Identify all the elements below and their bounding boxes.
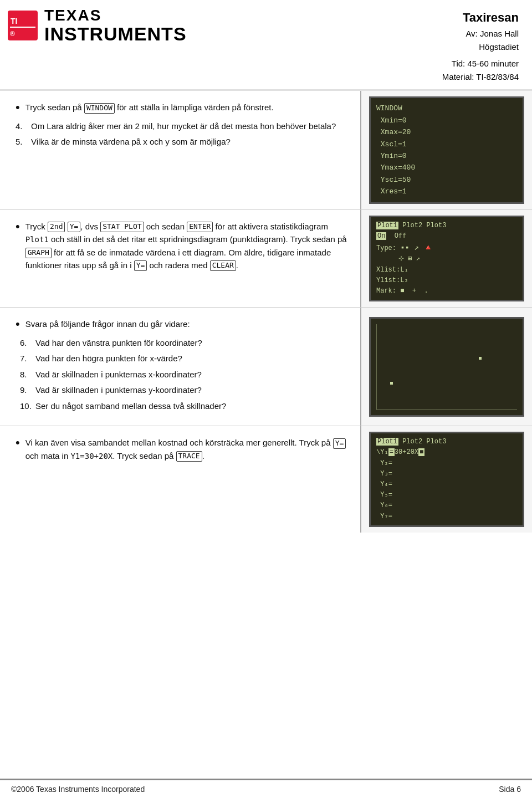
section3-right	[360, 308, 532, 426]
bullet-text-questions: Svara på följande frågor innan du går vi…	[25, 318, 347, 330]
q4-number: 4.	[16, 120, 28, 133]
q5-number: 5.	[16, 136, 28, 149]
logo-texas: Texas	[44, 8, 187, 23]
scatter-dot-1	[390, 382, 393, 385]
bullet-dot-3: •	[16, 316, 20, 332]
key-enter: ENTER	[187, 222, 213, 232]
author-label: Av: Jonas Hall	[442, 27, 519, 40]
screen4-y6: Y₆=	[376, 500, 517, 511]
page-header: TI ® Texas Instruments Taxiresan Av: Jon…	[0, 0, 532, 91]
question-10: 10. Ser du något samband mellan dessa tv…	[20, 400, 347, 413]
bullet-text-formula: Vi kan även visa sambandet mellan kostna…	[25, 436, 347, 462]
svg-text:TI: TI	[11, 17, 17, 25]
question-6: 6. Vad har den vänstra punkten för koord…	[20, 337, 347, 350]
document-title: Taxiresan	[442, 8, 519, 27]
q7-num: 7.	[20, 352, 32, 365]
screen4-y5: Y₅=	[376, 490, 517, 500]
bullet-text-window: Tryck sedan på WINDOW för att ställa in …	[25, 101, 347, 114]
bullet-item-questions: • Svara på följande frågor innan du går …	[16, 318, 347, 332]
bullet-text-statplot: Tryck 2nd Y=, dvs STAT PLOT och sedan EN…	[25, 220, 347, 272]
section1-right: WINDOW Xmin=0 Xmax=20 Xscl=1 Ymin=0 Ymax…	[360, 91, 532, 209]
screen2-tabs: Plot1 Plot2 Plot3	[376, 221, 517, 231]
screen1-line1: WINDOW	[376, 103, 517, 114]
bullet-dot-2: •	[16, 219, 20, 235]
stat-plot-screen: Plot1 Plot2 Plot3 On Off Type: ▪▪ ↗ 🔺 ⊹ …	[369, 216, 524, 302]
window-key: WINDOW	[84, 103, 115, 114]
main-content: • Tryck sedan på WINDOW för att ställa i…	[0, 91, 532, 779]
q8-text: Vad är skillnaden i punkternas x-koordin…	[35, 369, 202, 381]
q7-text: Vad har den högra punkten för x-värde?	[35, 352, 182, 365]
key-trace: TRACE	[176, 451, 202, 462]
bullet-item-formula: • Vi kan även visa sambandet mellan kost…	[16, 436, 347, 462]
questions-list: 6. Vad har den vänstra punkten för koord…	[20, 337, 347, 413]
key-y-eq-3: Y=	[333, 438, 346, 449]
question-4: 4. Om Lara aldrig åker mer än 2 mil, hur…	[16, 120, 347, 133]
screen1-line3: Xmax=20	[376, 126, 517, 138]
question-9: 9. Vad är skillnaden i punkternas y-koor…	[20, 384, 347, 397]
question-5: 5. Vilka är de minsta värdena på x och y…	[16, 136, 347, 149]
time-label: Tid: 45-60 minuter	[442, 57, 519, 70]
section3-left: • Svara på följande frågor innan du går …	[0, 308, 360, 426]
material-label: Material: TI-82/83/84	[442, 70, 519, 84]
screen4-tabs: Plot1 Plot2 Plot3	[376, 437, 517, 447]
question-8: 8. Vad är skillnaden i punkternas x-koor…	[20, 369, 347, 381]
logo-area: TI ® Texas Instruments	[8, 8, 187, 43]
q4-text: Om Lara aldrig åker mer än 2 mil, hur my…	[31, 120, 336, 133]
on-indicator: On	[376, 232, 386, 240]
y1-cursor: =	[388, 448, 395, 456]
question-7: 7. Vad har den högra punkten för x-värde…	[20, 352, 347, 365]
bullet-item-statplot: • Tryck 2nd Y=, dvs STAT PLOT och sedan …	[16, 220, 347, 272]
bullet-dot-4: •	[16, 435, 20, 451]
screen1-line7: Yscl=50	[376, 174, 517, 186]
screen4-y2: Y₂=	[376, 458, 517, 469]
bullet-item-window: • Tryck sedan på WINDOW för att ställa i…	[16, 101, 347, 116]
plot1-tab-y: Plot1	[376, 438, 398, 446]
q9-num: 9.	[20, 384, 32, 397]
q10-num: 10.	[20, 400, 32, 413]
page-number: Sida 6	[499, 785, 521, 794]
key-stat-plot: STAT PLOT	[100, 222, 144, 232]
logo-text: Texas Instruments	[44, 8, 187, 43]
q6-text: Vad har den vänstra punkten för koordina…	[35, 337, 202, 350]
screen2-on-off: On Off	[376, 231, 517, 242]
bullet-dot-1: •	[16, 100, 20, 116]
section-row-3: • Svara på följande frågor innan du går …	[0, 308, 532, 426]
screen4-y7: Y₇=	[376, 511, 517, 522]
key-2nd: 2nd	[48, 222, 65, 232]
q5-text: Vilka är de minsta värdena på x och y so…	[31, 136, 231, 149]
header-info: Taxiresan Av: Jonas Hall Högstadiet Tid:…	[442, 8, 519, 84]
q9-text: Vad är skillnaden i punkternas y-koordin…	[35, 384, 202, 397]
copyright-text: ©2006 Texas Instruments Incorporated	[11, 785, 145, 794]
screen4-y1: \Y₁=30+20X■	[376, 447, 517, 458]
section1-left: • Tryck sedan på WINDOW för att ställa i…	[0, 91, 360, 209]
screen1-line6: Ymax=400	[376, 162, 517, 173]
screen4-y3: Y₃=	[376, 469, 517, 479]
screen4-y4: Y₄=	[376, 479, 517, 490]
key-graph: GRAPH	[25, 248, 52, 258]
section4-left: • Vi kan även visa sambandet mellan kost…	[0, 426, 360, 533]
section-row-1: • Tryck sedan på WINDOW för att ställa i…	[0, 91, 532, 210]
q6-num: 6.	[20, 337, 32, 350]
section4-right: Plot1 Plot2 Plot3 \Y₁=30+20X■ Y₂= Y₃= Y₄…	[360, 426, 532, 533]
section-row-4: • Vi kan även visa sambandet mellan kost…	[0, 426, 532, 533]
screen2-ylist: Ylist:L₂	[376, 275, 517, 286]
section-row-2: • Tryck 2nd Y=, dvs STAT PLOT och sedan …	[0, 210, 532, 308]
q10-text: Ser du något samband mellan dessa två sk…	[35, 400, 226, 413]
screen2-xlist: Xlist:L₁	[376, 265, 517, 275]
scatter-plot-screen	[369, 317, 524, 417]
key-clear: CLEAR	[210, 260, 236, 271]
y-eq-screen: Plot1 Plot2 Plot3 \Y₁=30+20X■ Y₂= Y₃= Y₄…	[369, 432, 524, 527]
plot1-tab-active: Plot1	[376, 222, 398, 229]
logo-instruments: Instruments	[44, 24, 187, 43]
section2-right: Plot1 Plot2 Plot3 On Off Type: ▪▪ ↗ 🔺 ⊹ …	[360, 210, 532, 308]
window-screen: WINDOW Xmin=0 Xmax=20 Xscl=1 Ymin=0 Ymax…	[369, 96, 524, 204]
key-y-eq: Y=	[68, 222, 81, 232]
q8-num: 8.	[20, 369, 32, 381]
screen2-mark: Mark: ■ + .	[376, 286, 517, 296]
scatter-dot-2	[479, 357, 482, 360]
svg-text:®: ®	[10, 30, 15, 38]
screen1-line4: Xscl=1	[376, 139, 517, 150]
school-label: Högstadiet	[442, 40, 519, 54]
screen1-line5: Ymin=0	[376, 150, 517, 162]
ti-logo-icon: TI ®	[8, 11, 38, 40]
